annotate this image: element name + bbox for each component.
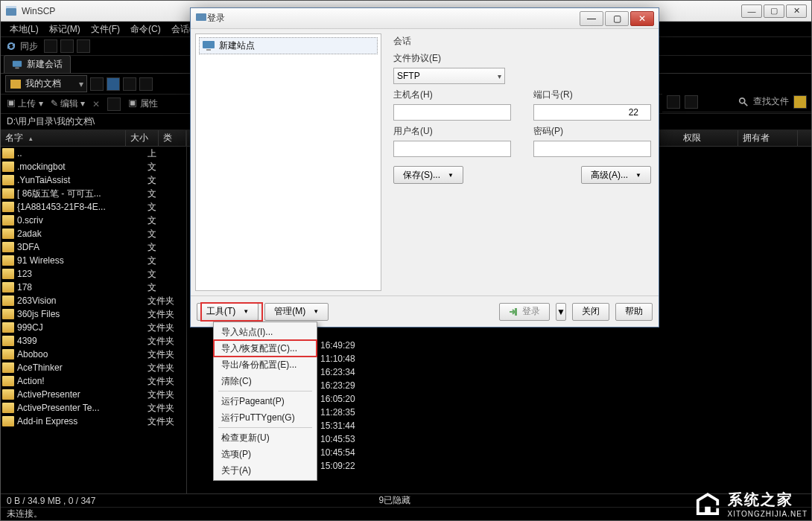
list-item[interactable]: Action!文件夹 <box>1 374 186 388</box>
list-item[interactable]: 3DFA文 <box>1 240 186 254</box>
menu-item[interactable]: 导入/恢复配置(C)... <box>215 340 315 357</box>
close-dialog-button[interactable]: 关闭 <box>572 303 609 321</box>
upload-button[interactable]: ▣ 上传 ▾ <box>7 98 43 110</box>
list-item[interactable]: Add-in Express文件夹 <box>1 415 186 428</box>
tools-menu[interactable]: 导入站点(I)...导入/恢复配置(C)...导出/备份配置(E)...清除(C… <box>213 322 317 481</box>
maximize-button[interactable]: ▢ <box>764 4 784 18</box>
list-item[interactable]: Aboboo文件夹 <box>1 348 186 361</box>
menu-item[interactable]: 清除(C) <box>215 373 315 389</box>
list-item[interactable]: 91 Wireless文 <box>1 254 186 267</box>
list-item[interactable]: .YunTaiAssist文 <box>1 173 186 187</box>
time-cell: 16:23:34 <box>320 365 355 379</box>
tab-new-session[interactable]: 新建会话 <box>4 55 71 73</box>
toolbar-icon[interactable] <box>667 95 680 109</box>
props-button[interactable]: ▣ 属性 <box>128 98 157 110</box>
list-item[interactable]: 360js Files文件夹 <box>1 307 186 321</box>
toolbar-icon[interactable] <box>60 39 74 53</box>
menu-item[interactable]: 检查更新(U) <box>215 429 315 446</box>
folder-icon <box>2 349 14 359</box>
dialog-minimize[interactable]: — <box>580 11 603 26</box>
host-input[interactable] <box>393 104 511 121</box>
list-item[interactable]: 0.scriv文 <box>1 214 186 227</box>
list-item[interactable]: .mockingbot文 <box>1 160 186 173</box>
toolbar-icon[interactable] <box>44 39 57 53</box>
nav-icon[interactable] <box>139 77 153 91</box>
statusbar: 0 B / 34.9 MB , 0 / 347 9已隐藏 <box>1 493 811 507</box>
menu-command[interactable]: 命令(C) <box>126 22 165 37</box>
minimize-button[interactable]: — <box>741 4 762 18</box>
nav-icon[interactable] <box>90 77 104 91</box>
list-item[interactable]: 178文 <box>1 281 186 294</box>
list-item[interactable]: 4399文件夹 <box>1 334 186 348</box>
folder-icon <box>10 80 21 89</box>
svg-rect-10 <box>515 308 517 316</box>
advanced-button[interactable]: 高级(A)... <box>581 166 651 184</box>
folder-icon <box>2 175 14 185</box>
dialog-titlebar[interactable]: 登录 — ▢ ✕ <box>191 8 659 29</box>
toolbar-icon[interactable] <box>685 95 698 109</box>
list-item[interactable]: ActivePresenter文件夹 <box>1 388 186 401</box>
list-item[interactable]: [ 86版五笔 - 可可五...文 <box>1 187 186 200</box>
folder-icon <box>2 188 14 199</box>
find-files-button[interactable]: 查找文件 <box>738 95 789 108</box>
manage-button[interactable]: 管理(M) <box>264 303 329 321</box>
list-item[interactable]: 999CJ文件夹 <box>1 321 186 334</box>
site-tree[interactable]: 新建站点 <box>195 33 381 291</box>
list-item[interactable]: AceThinker文件夹 <box>1 361 186 374</box>
tools-button[interactable]: 工具(T) <box>197 303 258 321</box>
menu-item[interactable]: 运行Pageant(P) <box>215 393 315 409</box>
list-item[interactable]: 123文 <box>1 267 186 281</box>
folder-icon <box>2 389 14 400</box>
conn-status: 未连接。 <box>7 508 42 520</box>
list-item[interactable]: ActivePresenter Te...文件夹 <box>1 401 186 415</box>
col-perm[interactable]: 权限 <box>679 130 738 146</box>
menu-file[interactable]: 文件(F) <box>86 22 124 37</box>
folder-icon <box>2 148 14 159</box>
password-input[interactable] <box>533 141 651 157</box>
menu-mark[interactable]: 标记(M) <box>45 22 85 37</box>
user-input[interactable] <box>393 141 511 157</box>
col-size[interactable]: 大小 <box>126 130 159 146</box>
toolbar-icon[interactable] <box>107 98 121 111</box>
time-cell: 16:23:29 <box>320 379 355 392</box>
dialog-maximize[interactable]: ▢ <box>605 11 629 26</box>
close-button[interactable]: ✕ <box>786 4 807 18</box>
menu-item[interactable]: 选项(P) <box>215 446 315 462</box>
toolbar-icon[interactable] <box>793 95 807 109</box>
sync-button[interactable]: 同步 <box>5 40 38 53</box>
list-item[interactable]: ..上 <box>1 147 186 160</box>
menu-separator <box>218 427 312 428</box>
col-owner[interactable]: 拥有者 <box>738 130 798 146</box>
port-input[interactable] <box>533 104 651 121</box>
file-list[interactable]: ..上.mockingbot文.YunTaiAssist文[ 86版五笔 - 可… <box>1 147 186 493</box>
edit-button[interactable]: ✎ 编辑 ▾ <box>51 98 86 110</box>
search-icon <box>738 97 749 107</box>
list-item[interactable]: 2adak文 <box>1 227 186 240</box>
login-button[interactable]: 登录 <box>499 303 550 321</box>
list-item[interactable]: 263Vision文件夹 <box>1 294 186 307</box>
toolbar-icon[interactable] <box>77 39 90 53</box>
delete-icon[interactable]: ✕ <box>92 99 100 109</box>
list-item[interactable]: {1A881453-21F8-4E...文 <box>1 200 186 214</box>
path-combo[interactable]: 我的文档 <box>5 75 87 92</box>
protocol-combo[interactable]: SFTP <box>393 68 505 84</box>
filter-icon[interactable] <box>107 77 120 91</box>
menu-item[interactable]: 导出/备份配置(E)... <box>215 357 315 373</box>
menu-item[interactable]: 导入站点(I)... <box>215 324 315 340</box>
save-button[interactable]: 保存(S)... <box>393 166 463 184</box>
dialog-close[interactable]: ✕ <box>630 11 654 26</box>
port-label: 端口号(R) <box>533 89 651 101</box>
menu-item[interactable]: 运行PuTTYgen(G) <box>215 409 315 426</box>
folder-icon <box>2 295 14 306</box>
folder-icon <box>2 362 14 373</box>
help-button[interactable]: 帮助 <box>615 303 653 321</box>
menu-item[interactable]: 关于(A) <box>215 462 315 479</box>
menu-local[interactable]: 本地(L) <box>5 22 43 37</box>
col-name[interactable]: 名字 <box>1 130 126 146</box>
user-label: 用户名(U) <box>393 125 511 138</box>
col-type[interactable]: 类 <box>159 130 186 146</box>
session-panel: 会话 文件协议(E) SFTP 主机名(H) 端口号(R) ▴▾ <box>386 29 659 295</box>
nav-icon[interactable] <box>123 77 136 91</box>
new-site-item[interactable]: 新建站点 <box>199 37 378 54</box>
login-dropdown[interactable]: ▼ <box>556 303 566 321</box>
